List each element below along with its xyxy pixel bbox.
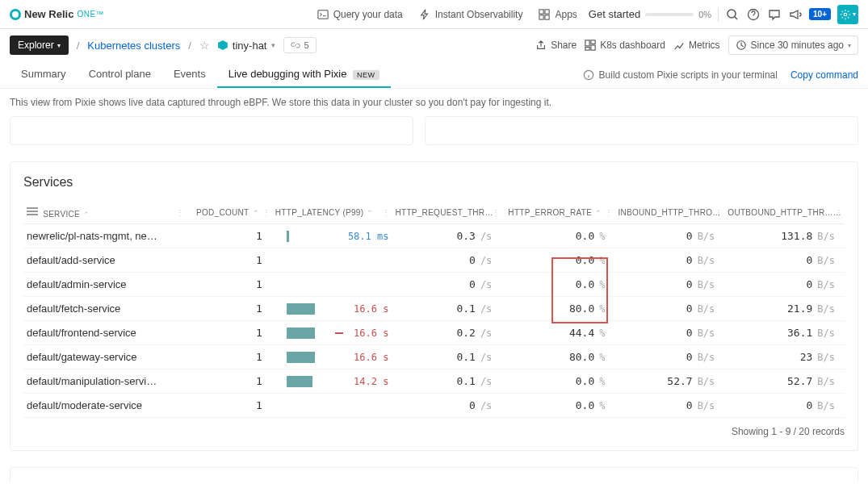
clock-icon — [736, 40, 747, 51]
apps-link[interactable]: Apps — [534, 6, 581, 23]
table-row[interactable]: default/add-service10/s0.0%0B/s0B/s — [23, 248, 845, 273]
notification-badge[interactable]: 10+ — [809, 8, 831, 20]
gear-icon — [840, 9, 851, 20]
k8s-dashboard-button[interactable]: K8s dashboard — [585, 40, 665, 51]
table-row[interactable]: default/manipulation-servi…114.2 s0.1/s0… — [23, 369, 845, 394]
col-pod-count[interactable]: POD_COUNT⌃⋮ — [187, 201, 272, 224]
outbound-throughput: 0B/s — [724, 248, 845, 273]
search-icon[interactable] — [725, 7, 740, 22]
tab-live-debugging[interactable]: Live debugging with Pixie NEW — [217, 61, 391, 88]
get-started-progress[interactable]: Get started 0% — [589, 8, 711, 20]
error-rate: 44.4% — [501, 321, 614, 345]
column-resize-icon[interactable]: ⋮ — [605, 208, 613, 217]
svg-rect-3 — [539, 15, 543, 19]
column-resize-icon[interactable]: ⋮ — [715, 208, 723, 217]
latency-sparkline — [287, 231, 338, 242]
brand-name: New Relic — [24, 8, 73, 20]
pod-count: 1 — [187, 273, 272, 297]
column-resize-icon[interactable]: ⋮ — [262, 208, 270, 217]
svg-point-7 — [844, 13, 847, 16]
outbound-throughput: 36.1B/s — [724, 321, 845, 345]
col-latency[interactable]: HTTP_LATENCY (P99)⌃⋮ — [272, 201, 392, 224]
table-row[interactable]: default/moderate-service10/s0.0%0B/s0B/s — [23, 394, 845, 418]
error-rate: 0.0% — [501, 224, 614, 248]
sort-icon[interactable]: ⌃ — [253, 209, 259, 217]
inbound-throughput: 0B/s — [614, 297, 724, 321]
col-service[interactable]: SERVICE⌃⋮ — [23, 201, 187, 224]
help-icon[interactable] — [746, 7, 761, 22]
col-inbound[interactable]: INBOUND_HTTP_THRO…⌃⋮ — [614, 201, 724, 224]
svg-rect-1 — [539, 9, 543, 13]
topbar: New Relic ONE™ Query your data Instant O… — [0, 0, 868, 29]
table-row[interactable]: default/admin-service10/s0.0%0B/s0B/s — [23, 273, 845, 297]
metrics-button[interactable]: Metrics — [673, 40, 720, 51]
svg-rect-2 — [545, 9, 549, 13]
copy-command-link[interactable]: Copy command — [790, 69, 858, 81]
instant-observability-link[interactable]: Instant Observability — [414, 6, 528, 23]
query-data-link[interactable]: Query your data — [312, 6, 408, 23]
brand-sub: ONE™ — [77, 10, 104, 19]
announce-icon[interactable] — [788, 7, 803, 22]
panel-placeholder-right — [425, 116, 858, 145]
column-resize-icon[interactable]: ⋮ — [176, 208, 184, 217]
request-throughput: 0.1/s — [392, 345, 501, 369]
col-error-rate[interactable]: HTTP_ERROR_RATE⌃⋮ — [501, 201, 614, 224]
svg-rect-0 — [318, 10, 328, 19]
sort-icon[interactable]: ⌃ — [595, 209, 602, 217]
time-range-picker[interactable]: Since 30 minutes ago ▾ — [728, 35, 858, 55]
table-row[interactable]: default/fetch-service116.6 s0.1/s80.0%0B… — [23, 297, 845, 321]
link-icon — [291, 40, 300, 50]
breadcrumb-separator: / — [188, 40, 191, 52]
related-entities-chip[interactable]: 5 — [283, 37, 316, 53]
column-resize-icon[interactable]: ⋮ — [835, 208, 843, 217]
info-icon — [583, 69, 594, 81]
pod-count: 1 — [187, 248, 272, 273]
favorite-star-icon[interactable]: ☆ — [199, 39, 210, 52]
inbound-throughput: 0B/s — [614, 394, 724, 418]
pod-count: 1 — [187, 297, 272, 321]
services-title: Services — [23, 175, 845, 190]
terminal-icon — [317, 9, 329, 20]
latency-cell — [272, 394, 392, 418]
tabs-bar: Summary Control plane Events Live debugg… — [0, 61, 868, 89]
outbound-throughput: 0B/s — [724, 273, 845, 297]
table-row[interactable]: newrelic/pl-nats-mgmt, ne…158.1 ms0.3/s0… — [23, 224, 845, 248]
sort-icon[interactable]: ⌃ — [367, 209, 373, 217]
sort-icon[interactable]: ⌃ — [83, 211, 90, 219]
col-outbound[interactable]: OUTBOUND_HTTP_THR…⌃⋮ — [724, 201, 845, 224]
explorer-button[interactable]: Explorer ▾ — [10, 35, 69, 55]
view-description: This view from Pixie shows live data cap… — [0, 89, 868, 116]
bolt-icon — [419, 9, 430, 20]
terminal-hint: Build custom Pixie scripts in your termi… — [583, 69, 778, 81]
outbound-throughput: 21.9B/s — [724, 297, 845, 321]
service-name: default/admin-service — [23, 273, 187, 297]
column-resize-icon[interactable]: ⋮ — [492, 208, 500, 217]
table-row[interactable]: default/frontend-service116.6 s0.2/s44.4… — [23, 321, 845, 345]
services-pager: Showing 1 - 9 / 20 records — [23, 418, 845, 437]
tab-summary[interactable]: Summary — [10, 61, 78, 88]
latency-sparkline — [287, 352, 338, 363]
breadcrumb-clusters[interactable]: Kubernetes clusters — [87, 40, 180, 52]
request-throughput: 0.3/s — [392, 224, 501, 248]
request-throughput: 0/s — [392, 394, 501, 418]
reorder-handle-icon[interactable] — [27, 206, 38, 217]
tab-control-plane[interactable]: Control plane — [78, 61, 162, 88]
outbound-throughput: 131.8B/s — [724, 224, 845, 248]
outbound-throughput: 52.7B/s — [724, 369, 845, 394]
column-resize-icon[interactable]: ⋮ — [382, 208, 390, 217]
brand-logo[interactable]: New Relic ONE™ — [10, 8, 104, 20]
share-button[interactable]: Share — [535, 40, 577, 51]
table-row[interactable]: default/gateway-service116.6 s0.1/s80.0%… — [23, 345, 845, 369]
settings-button[interactable]: ▾ — [837, 5, 858, 24]
content-scroll[interactable]: Services SERVICE⌃⋮ POD_COUNT⌃⋮ HTTP_LATE… — [0, 116, 868, 482]
service-name: default/frontend-service — [23, 321, 187, 345]
request-throughput: 0/s — [392, 273, 501, 297]
feedback-icon[interactable] — [767, 7, 782, 22]
request-throughput: 0.1/s — [392, 297, 501, 321]
error-rate: 0.0% — [501, 369, 614, 394]
inbound-throughput: 0B/s — [614, 345, 724, 369]
tab-events[interactable]: Events — [162, 61, 217, 88]
entity-selector[interactable]: tiny-hat ▾ — [218, 40, 276, 52]
col-request-throughput[interactable]: HTTP_REQUEST_THRO…⌃⋮ — [392, 201, 501, 224]
chevron-down-icon: ▾ — [853, 10, 856, 18]
